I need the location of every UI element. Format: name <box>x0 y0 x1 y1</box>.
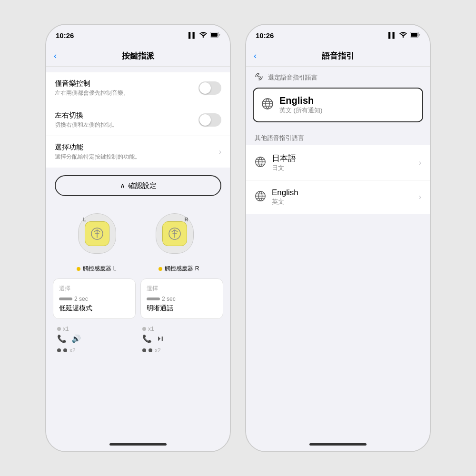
chevron-japanese: › <box>419 159 421 167</box>
play-icon-r: ⏯ <box>157 334 164 343</box>
earbud-right-outer: R <box>156 213 194 254</box>
ath-logo-left <box>90 227 104 240</box>
selected-lang-card[interactable]: English 英文 (所有通知) <box>253 88 423 122</box>
screen-content-right: 選定語音指引語言 English 英文 (所有通知) 其他語音指引語 <box>246 67 430 437</box>
status-time-right: 10:26 <box>256 31 274 40</box>
status-bar-right: 10:26 ▌▌ <box>246 25 430 46</box>
selected-lang-name: English <box>279 95 322 106</box>
touch-card-r-action: 明晰通話 <box>147 304 217 313</box>
sensor-label-r-text: 觸控感應器 R <box>165 265 199 273</box>
x1-row: x1 📞 🔊 x1 📞 ⏯ <box>46 321 230 345</box>
dot-dark-l <box>57 348 61 352</box>
setting-row-function[interactable]: 選擇功能 選擇分配給特定按鍵控制的功能。 › <box>46 136 230 168</box>
touch-cards: 選擇 2 sec 低延遲模式 選擇 2 sec 明晰通話 <box>46 277 230 321</box>
voice-section-label: 選定語音指引語言 <box>268 73 317 82</box>
globe-icon-selected <box>261 98 274 113</box>
chevron-english: › <box>419 193 421 201</box>
x2-item-r: x2 <box>142 347 219 354</box>
earbud-left-inner <box>85 221 109 246</box>
toggle-lr[interactable] <box>198 113 221 127</box>
sensor-label-l-text: 觸控感應器 L <box>83 265 116 273</box>
globe-icon-english <box>255 190 266 204</box>
wifi-icon-right <box>399 31 407 39</box>
nav-title-right: 語音指引 <box>322 50 354 61</box>
lang-english-subtitle: 英文 <box>272 198 298 206</box>
earbud-left: L <box>78 213 121 256</box>
svg-rect-7 <box>411 33 417 37</box>
back-button-right[interactable]: ‹ <box>254 51 257 61</box>
earbud-left-label: L <box>83 217 87 222</box>
setting-subtitle-lr: 切換右側和左側的控制。 <box>55 121 118 129</box>
svg-point-8 <box>258 76 260 78</box>
volume-icon-l: 🔊 <box>71 334 81 343</box>
other-lang-header-text: 其他語音指引語言 <box>255 134 304 141</box>
x2-row: x2 x2 <box>46 345 230 357</box>
lang-row-japanese[interactable]: 日本語 日文 › <box>246 145 430 180</box>
voice-icon <box>255 72 264 83</box>
x1-item-r: x1 📞 ⏯ <box>142 326 219 343</box>
touch-card-r-duration: 2 sec <box>147 296 217 302</box>
x2-item-l: x2 <box>57 347 134 354</box>
lang-row-info-english: English 英文 <box>272 188 298 206</box>
lang-english-name: English <box>272 188 298 198</box>
duration-bar-l <box>59 298 72 300</box>
dot-gray-r <box>142 327 146 331</box>
lang-row-english[interactable]: English 英文 › <box>246 180 430 214</box>
selected-lang-subtitle: 英文 (所有通知) <box>279 106 322 115</box>
status-bar-left: 10:26 ▌▌ <box>46 25 230 46</box>
touch-card-l-action: 低延遲模式 <box>59 304 129 313</box>
selected-lang-info: English 英文 (所有通知) <box>279 95 322 115</box>
back-button-left[interactable]: ‹ <box>54 51 57 61</box>
sensor-label-l: 觸控感應器 L <box>77 265 116 273</box>
earbud-right-img: R <box>156 213 198 256</box>
confirm-chevron-icon: ∧ <box>120 181 125 190</box>
home-bar-right <box>309 443 367 446</box>
status-icons-left: ▌▌ <box>188 31 220 39</box>
earbud-right: R <box>156 213 198 256</box>
home-indicator-left <box>46 437 230 451</box>
x2-label-l: x2 <box>69 347 76 354</box>
dot-dark-l2 <box>63 348 67 352</box>
lang-list: 日本語 日文 › <box>246 145 430 214</box>
x2-label-r: x2 <box>155 347 161 354</box>
setting-row-music: 僅音樂控制 左右兩側都會優先控制音樂。 <box>46 72 230 104</box>
dot-yellow-l <box>77 267 80 271</box>
home-bar-left <box>109 443 167 446</box>
touch-card-l: 選擇 2 sec 低延遲模式 <box>53 278 136 319</box>
dot-dark-r2 <box>149 348 152 352</box>
phone-icon-l: 📞 <box>57 334 67 343</box>
x1-actions-r: 📞 ⏯ <box>142 334 219 343</box>
duration-bar-r <box>147 298 160 300</box>
voice-section-header: 選定語音指引語言 <box>246 67 430 88</box>
left-phone: 10:26 ▌▌ ‹ 按鍵指派 <box>45 24 231 452</box>
x1-label-l-text: x1 <box>63 326 69 332</box>
earbud-left-img: L <box>78 213 121 256</box>
toggle-music[interactable] <box>198 81 221 95</box>
dot-gray-l <box>57 327 61 331</box>
confirm-button-wrap: ∧ 確認設定 <box>46 168 230 204</box>
lang-japanese-name: 日本語 <box>272 153 296 164</box>
svg-rect-2 <box>211 33 218 37</box>
status-icons-right: ▌▌ <box>388 31 420 39</box>
x1-actions-l: 📞 🔊 <box>57 334 134 343</box>
earbud-right-inner <box>162 221 187 246</box>
touch-card-l-title: 選擇 <box>59 285 129 293</box>
home-indicator-right <box>246 437 430 451</box>
svg-point-5 <box>403 36 404 38</box>
lang-row-info-japanese: 日本語 日文 <box>272 153 296 172</box>
duration-l-text: 2 sec <box>74 296 88 302</box>
touch-card-r: 選擇 2 sec 明晰通話 <box>140 278 223 319</box>
x1-item-l: x1 📞 🔊 <box>57 326 134 343</box>
screen-content-left: 僅音樂控制 左右兩側都會優先控制音樂。 左右切換 切換右側和左側的控制。 選擇功… <box>46 67 230 437</box>
chevron-icon-function: › <box>219 148 221 156</box>
battery-icon-right <box>410 32 420 39</box>
status-time-left: 10:26 <box>56 31 74 40</box>
touch-card-l-duration: 2 sec <box>59 296 129 302</box>
confirm-button[interactable]: ∧ 確認設定 <box>55 175 221 196</box>
setting-row-lr: 左右切換 切換右側和左側的控制。 <box>46 104 230 136</box>
nav-bar-left: ‹ 按鍵指派 <box>46 46 230 67</box>
setting-subtitle-function: 選擇分配給特定按鍵控制的功能。 <box>55 153 140 161</box>
signal-icon-right: ▌▌ <box>388 32 397 39</box>
nav-bar-right: ‹ 語音指引 <box>246 46 430 67</box>
settings-section: 僅音樂控制 左右兩側都會優先控制音樂。 左右切換 切換右側和左側的控制。 選擇功… <box>46 72 230 168</box>
